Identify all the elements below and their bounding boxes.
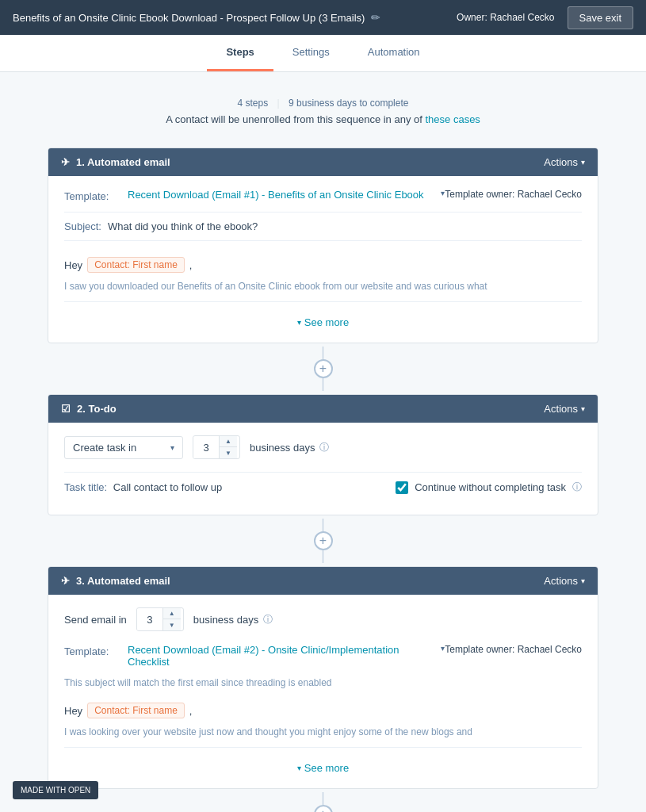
- task-row-2: Create task in ▾ 3 ▲ ▼ business days ⓘ: [64, 435, 582, 459]
- owner-info: Owner: Rachael Cecko: [457, 12, 554, 23]
- step-1-header: ✈ 1. Automated email Actions ▾: [48, 148, 598, 176]
- these-cases-link[interactable]: these cases: [426, 113, 480, 125]
- comma-3: ,: [189, 705, 193, 717]
- template-link-3[interactable]: Recent Download (Email #2) - Onsite Clin…: [128, 644, 433, 668]
- continue-without-completing: Continue without completing task ⓘ: [396, 481, 582, 494]
- step-3-title: ✈ 3. Automated email: [61, 575, 170, 587]
- task-title-label: Task title:: [64, 481, 107, 493]
- hey-line-3: Hey Contact: First name ,: [64, 703, 582, 718]
- chevron-down-icon-2: ▾: [581, 404, 585, 413]
- step-3-actions-button[interactable]: Actions ▾: [544, 575, 585, 587]
- step-1-template-row: Template: Recent Download (Email #1) - B…: [64, 189, 582, 202]
- connector-1: +: [48, 343, 598, 394]
- threading-notice: This subject will match the first email …: [64, 677, 582, 688]
- step-1-wrapper: ✈ 1. Automated email Actions ▾ Template:…: [48, 147, 598, 343]
- step-3-email-preview: Hey Contact: First name , I was looking …: [64, 696, 582, 754]
- made-with-badge: MADE WITH OPEN: [13, 781, 98, 799]
- task-title-value: Call contact to follow up: [113, 481, 222, 493]
- step-3-wrapper: ✈ 3. Automated email Actions ▾ Send emai…: [48, 566, 598, 789]
- step-1-subject-row: Subject: What did you think of the ebook…: [64, 212, 582, 241]
- add-step-btn-2[interactable]: +: [314, 531, 333, 550]
- step-1-body: Template: Recent Download (Email #1) - B…: [48, 176, 598, 343]
- chevron-down-icon-3b: ▾: [297, 764, 301, 772]
- divider: |: [277, 98, 280, 109]
- add-step-btn-1[interactable]: +: [314, 359, 333, 378]
- continue-checkbox[interactable]: [396, 481, 408, 494]
- contact-token-3[interactable]: Contact: First name: [87, 703, 185, 718]
- task-title-row: Task title: Call contact to follow up Co…: [64, 472, 582, 502]
- title-text: Benefits of an Onsite Clinic Ebook Downl…: [13, 12, 365, 24]
- tab-settings[interactable]: Settings: [273, 35, 349, 71]
- step-1-label: 1. Automated email: [76, 156, 170, 168]
- connector-3: +: [48, 789, 598, 812]
- dropdown-arrow-icon: ▾: [170, 443, 174, 452]
- template-link-1[interactable]: Recent Download (Email #1) - Benefits of…: [128, 189, 433, 201]
- send-spin-down-btn[interactable]: ▼: [163, 619, 181, 630]
- step-1-title: ✈ 1. Automated email: [61, 156, 170, 168]
- business-days-label-2: business days ⓘ: [250, 441, 329, 454]
- spin-down-btn[interactable]: ▼: [220, 447, 237, 458]
- info-icon-3[interactable]: ⓘ: [263, 613, 273, 626]
- task-title-left: Task title: Call contact to follow up: [64, 481, 222, 493]
- subject-label-1: Subject:: [64, 220, 101, 232]
- unenroll-text: A contact will be unenrolled from this s…: [57, 113, 589, 125]
- see-more-btn-1[interactable]: ▾ See more: [297, 308, 349, 330]
- step-1-actions-button[interactable]: Actions ▾: [544, 156, 585, 168]
- contact-token-1[interactable]: Contact: First name: [87, 257, 185, 273]
- continue-label: Continue without completing task: [415, 481, 566, 493]
- business-days-label-3: business days ⓘ: [193, 613, 273, 626]
- step-3-label: 3. Automated email: [76, 575, 170, 587]
- edit-icon[interactable]: ✏: [371, 11, 380, 24]
- template-owner-3: Template owner: Rachael Cecko: [445, 644, 582, 655]
- topbar-title: Benefits of an Onsite Clinic Ebook Downl…: [13, 11, 380, 24]
- add-step-btn-3[interactable]: +: [314, 805, 333, 812]
- email-icon-1: ✈: [61, 156, 70, 168]
- connector-line-3: [323, 519, 323, 531]
- comma-1: ,: [189, 259, 193, 271]
- step-1-email-preview: Hey Contact: First name , I saw you down…: [64, 251, 582, 308]
- send-spin-buttons: ▲ ▼: [162, 608, 181, 630]
- main-content: 4 steps | 9 business days to complete A …: [0, 72, 646, 812]
- email-icon-3: ✈: [61, 575, 70, 587]
- subject-value-1: What did you think of the ebook?: [108, 220, 258, 232]
- step-2-header: ☑ 2. To-do Actions ▾: [48, 395, 598, 423]
- hey-line-1: Hey Contact: First name ,: [64, 257, 582, 273]
- create-task-dropdown[interactable]: Create task in ▾: [64, 436, 183, 459]
- create-task-label: Create task in: [73, 442, 136, 454]
- todo-icon-2: ☑: [61, 403, 71, 415]
- step-3-header: ✈ 3. Automated email Actions ▾: [48, 567, 598, 595]
- connector-2: +: [48, 515, 598, 566]
- info-icon-2[interactable]: ⓘ: [319, 441, 329, 454]
- step-2-body: Create task in ▾ 3 ▲ ▼ business days ⓘ: [48, 423, 598, 515]
- send-email-label: Send email in: [64, 614, 127, 626]
- step-3-card: ✈ 3. Automated email Actions ▾ Send emai…: [48, 566, 598, 789]
- step-3-template-row: Template: Recent Download (Email #2) - O…: [64, 644, 582, 668]
- task-days-input: 3 ▲ ▼: [193, 435, 240, 459]
- info-icon-continue[interactable]: ⓘ: [572, 481, 582, 494]
- spin-up-btn[interactable]: ▲: [220, 436, 237, 447]
- days-number-input[interactable]: 3: [193, 437, 219, 458]
- summary-bar: 4 steps | 9 business days to complete A …: [48, 88, 598, 135]
- template-label-3: Template:: [64, 644, 128, 657]
- step-2-card: ☑ 2. To-do Actions ▾ Create task in ▾ 3: [48, 394, 598, 515]
- chevron-down-icon-3: ▾: [581, 576, 585, 585]
- chevron-down-icon: ▾: [581, 158, 585, 167]
- send-days-number-input[interactable]: 3: [137, 609, 162, 630]
- step-3-body: Send email in 3 ▲ ▼ business days ⓘ: [48, 595, 598, 788]
- send-spin-up-btn[interactable]: ▲: [163, 608, 181, 619]
- connector-line-4: [323, 792, 323, 805]
- steps-info: 4 steps | 9 business days to complete: [57, 98, 589, 109]
- tab-automation[interactable]: Automation: [349, 35, 439, 71]
- tab-steps[interactable]: Steps: [207, 35, 273, 71]
- steps-count: 4 steps: [238, 98, 269, 109]
- nav-tabs: Steps Settings Automation: [0, 35, 646, 72]
- step-2-actions-button[interactable]: Actions ▾: [544, 403, 585, 415]
- hey-text-1: Hey: [64, 259, 82, 271]
- save-exit-button[interactable]: Save exit: [568, 6, 633, 29]
- template-label-1: Template:: [64, 189, 128, 202]
- connector-line-1: [323, 347, 323, 359]
- step-1-card: ✈ 1. Automated email Actions ▾ Template:…: [48, 147, 598, 343]
- see-more-btn-3[interactable]: ▾ See more: [297, 754, 349, 776]
- step-2-wrapper: ☑ 2. To-do Actions ▾ Create task in ▾ 3: [48, 394, 598, 515]
- hey-text-3: Hey: [64, 705, 82, 717]
